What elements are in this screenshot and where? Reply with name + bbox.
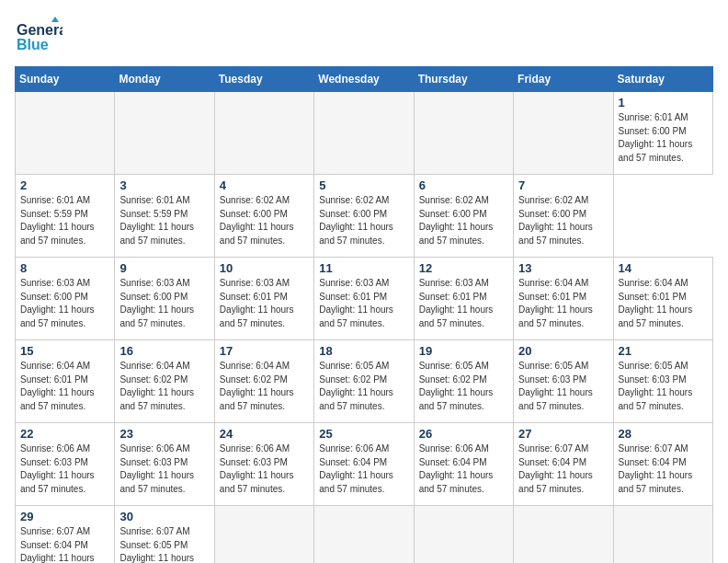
calendar-cell: 21 Sunrise: 6:05 AMSunset: 6:03 PMDaylig… (613, 340, 712, 423)
day-number: 10 (220, 261, 309, 275)
calendar-cell: 9 Sunrise: 6:03 AMSunset: 6:00 PMDayligh… (115, 258, 214, 340)
day-info: Sunrise: 6:06 AMSunset: 6:04 PMDaylight:… (419, 442, 508, 496)
calendar-cell (514, 506, 613, 564)
calendar-cell: 17 Sunrise: 6:04 AMSunset: 6:02 PMDaylig… (214, 340, 313, 423)
day-info: Sunrise: 6:04 AMSunset: 6:01 PMDaylight:… (518, 277, 608, 330)
day-info: Sunrise: 6:02 AMSunset: 6:00 PMDaylight:… (319, 194, 408, 247)
day-info: Sunrise: 6:02 AMSunset: 6:00 PMDaylight:… (220, 194, 309, 247)
day-number: 25 (319, 427, 408, 441)
day-info: Sunrise: 6:07 AMSunset: 6:04 PMDaylight:… (619, 442, 708, 496)
svg-text:General: General (17, 22, 63, 38)
day-number: 1 (619, 96, 708, 109)
calendar-cell: 24 Sunrise: 6:06 AMSunset: 6:03 PMDaylig… (214, 423, 313, 506)
day-info: Sunrise: 6:04 AMSunset: 6:01 PMDaylight:… (20, 360, 109, 413)
calendar-cell (613, 506, 712, 564)
day-info: Sunrise: 6:05 AMSunset: 6:03 PMDaylight:… (518, 360, 608, 413)
calendar-cell: 16 Sunrise: 6:04 AMSunset: 6:02 PMDaylig… (115, 340, 214, 423)
day-number: 11 (319, 261, 408, 275)
header-cell-sunday: Sunday (16, 67, 115, 92)
svg-marker-2 (51, 17, 59, 22)
calendar-cell: 11 Sunrise: 6:03 AMSunset: 6:01 PMDaylig… (314, 258, 414, 340)
calendar-cell: 29 Sunrise: 6:07 AMSunset: 6:04 PMDaylig… (16, 506, 115, 564)
calendar-cell: 1 Sunrise: 6:01 AMSunset: 6:00 PMDayligh… (613, 92, 712, 175)
day-number: 22 (20, 427, 109, 441)
calendar-row: 8 Sunrise: 6:03 AMSunset: 6:00 PMDayligh… (16, 258, 713, 340)
day-number: 23 (119, 427, 209, 441)
day-info: Sunrise: 6:03 AMSunset: 6:01 PMDaylight:… (319, 277, 408, 330)
day-number: 18 (319, 344, 408, 358)
day-info: Sunrise: 6:03 AMSunset: 6:00 PMDaylight:… (20, 277, 109, 330)
day-number: 7 (518, 178, 608, 192)
calendar-cell: 14 Sunrise: 6:04 AMSunset: 6:01 PMDaylig… (613, 258, 712, 340)
calendar-cell: 13 Sunrise: 6:04 AMSunset: 6:01 PMDaylig… (514, 258, 613, 340)
day-number: 14 (619, 261, 708, 275)
day-number: 19 (419, 344, 508, 358)
day-number: 17 (220, 344, 309, 358)
calendar-cell: 2 Sunrise: 6:01 AMSunset: 5:59 PMDayligh… (16, 175, 115, 258)
day-number: 30 (119, 510, 209, 523)
header-cell-tuesday: Tuesday (214, 67, 313, 92)
calendar-cell: 12 Sunrise: 6:03 AMSunset: 6:01 PMDaylig… (414, 258, 513, 340)
day-info: Sunrise: 6:03 AMSunset: 6:01 PMDaylight:… (220, 277, 309, 330)
calendar-cell: 30 Sunrise: 6:07 AMSunset: 6:05 PMDaylig… (115, 506, 214, 564)
calendar-row: 29 Sunrise: 6:07 AMSunset: 6:04 PMDaylig… (16, 506, 713, 564)
calendar-cell (314, 506, 414, 564)
day-info: Sunrise: 6:01 AMSunset: 6:00 PMDaylight:… (619, 111, 708, 165)
day-number: 3 (119, 178, 209, 192)
calendar-cell: 22 Sunrise: 6:06 AMSunset: 6:03 PMDaylig… (16, 423, 115, 506)
calendar-cell: 27 Sunrise: 6:07 AMSunset: 6:04 PMDaylig… (514, 423, 613, 506)
day-info: Sunrise: 6:06 AMSunset: 6:03 PMDaylight:… (20, 442, 109, 496)
calendar-cell (314, 92, 414, 175)
calendar-cell: 18 Sunrise: 6:05 AMSunset: 6:02 PMDaylig… (314, 340, 414, 423)
calendar-header: SundayMondayTuesdayWednesdayThursdayFrid… (16, 67, 713, 92)
day-info: Sunrise: 6:03 AMSunset: 6:01 PMDaylight:… (419, 277, 508, 330)
calendar-cell (214, 92, 313, 175)
day-number: 4 (220, 178, 309, 192)
day-number: 2 (20, 178, 109, 192)
day-number: 15 (20, 344, 109, 358)
calendar-table: SundayMondayTuesdayWednesdayThursdayFrid… (15, 66, 713, 563)
calendar-row: 1 Sunrise: 6:01 AMSunset: 6:00 PMDayligh… (16, 92, 713, 175)
day-number: 27 (518, 427, 608, 441)
calendar-cell (514, 92, 613, 175)
header-cell-wednesday: Wednesday (314, 67, 414, 92)
calendar-cell: 5 Sunrise: 6:02 AMSunset: 6:00 PMDayligh… (314, 175, 414, 258)
calendar-cell: 26 Sunrise: 6:06 AMSunset: 6:04 PMDaylig… (414, 423, 513, 506)
day-info: Sunrise: 6:06 AMSunset: 6:03 PMDaylight:… (220, 442, 309, 496)
calendar-cell: 15 Sunrise: 6:04 AMSunset: 6:01 PMDaylig… (16, 340, 115, 423)
calendar-cell (414, 506, 513, 564)
day-info: Sunrise: 6:02 AMSunset: 6:00 PMDaylight:… (518, 194, 608, 247)
day-info: Sunrise: 6:04 AMSunset: 6:01 PMDaylight:… (619, 277, 708, 330)
logo: General Blue (15, 15, 63, 59)
day-info: Sunrise: 6:03 AMSunset: 6:00 PMDaylight:… (119, 277, 209, 330)
calendar-cell: 19 Sunrise: 6:05 AMSunset: 6:02 PMDaylig… (414, 340, 513, 423)
calendar-row: 15 Sunrise: 6:04 AMSunset: 6:01 PMDaylig… (16, 340, 713, 423)
calendar-cell: 20 Sunrise: 6:05 AMSunset: 6:03 PMDaylig… (514, 340, 613, 423)
calendar-cell: 8 Sunrise: 6:03 AMSunset: 6:00 PMDayligh… (16, 258, 115, 340)
day-number: 26 (419, 427, 508, 441)
calendar-cell: 4 Sunrise: 6:02 AMSunset: 6:00 PMDayligh… (214, 175, 313, 258)
day-info: Sunrise: 6:06 AMSunset: 6:04 PMDaylight:… (319, 442, 408, 496)
page-header: General Blue (15, 15, 713, 59)
day-number: 28 (619, 427, 708, 441)
day-info: Sunrise: 6:05 AMSunset: 6:02 PMDaylight:… (419, 360, 508, 413)
day-info: Sunrise: 6:04 AMSunset: 6:02 PMDaylight:… (119, 360, 209, 413)
header-cell-monday: Monday (115, 67, 214, 92)
calendar-body: 1 Sunrise: 6:01 AMSunset: 6:00 PMDayligh… (16, 92, 713, 564)
day-number: 29 (20, 510, 109, 523)
calendar-cell: 7 Sunrise: 6:02 AMSunset: 6:00 PMDayligh… (514, 175, 613, 258)
day-info: Sunrise: 6:04 AMSunset: 6:02 PMDaylight:… (220, 360, 309, 413)
calendar-cell: 10 Sunrise: 6:03 AMSunset: 6:01 PMDaylig… (214, 258, 313, 340)
header-cell-saturday: Saturday (613, 67, 712, 92)
day-info: Sunrise: 6:01 AMSunset: 5:59 PMDaylight:… (119, 194, 209, 247)
day-info: Sunrise: 6:06 AMSunset: 6:03 PMDaylight:… (119, 442, 209, 496)
svg-text:Blue: Blue (17, 37, 49, 52)
calendar-cell (414, 92, 513, 175)
calendar-cell: 25 Sunrise: 6:06 AMSunset: 6:04 PMDaylig… (314, 423, 414, 506)
calendar-cell (115, 92, 214, 175)
day-number: 5 (319, 178, 408, 192)
day-info: Sunrise: 6:01 AMSunset: 5:59 PMDaylight:… (20, 194, 109, 247)
day-number: 12 (419, 261, 508, 275)
day-number: 21 (619, 344, 708, 358)
day-number: 6 (419, 178, 508, 192)
